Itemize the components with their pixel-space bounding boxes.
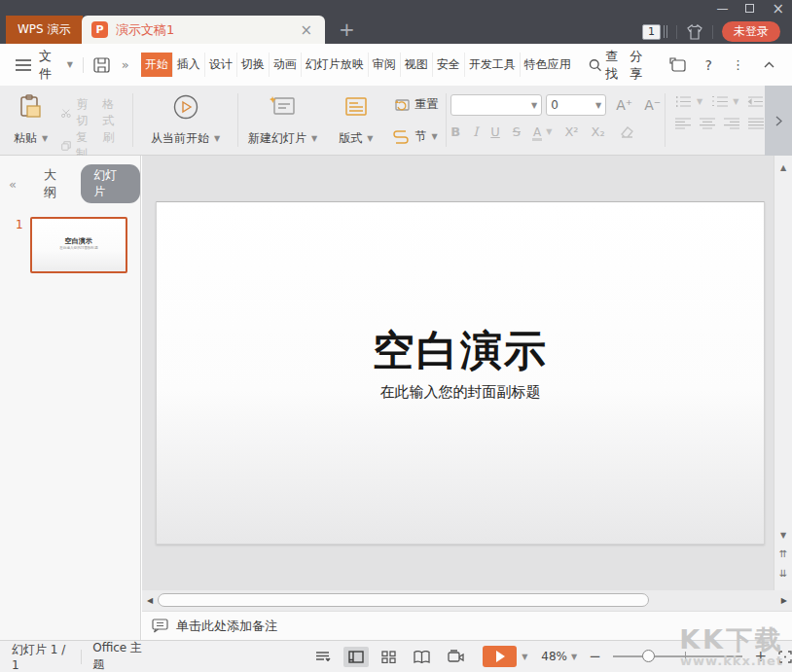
tab-developer[interactable]: 开发工具 bbox=[464, 53, 520, 77]
wps-presentation-window: WPS 演示 P 演示文稿1 × + — × 1 未登录 bbox=[0, 0, 792, 672]
font-color-button[interactable]: A ▼ bbox=[533, 125, 552, 139]
close-window-button[interactable]: × bbox=[772, 3, 784, 15]
previous-slide-icon[interactable]: ⇈ bbox=[774, 548, 792, 559]
notes-toggle-button[interactable] bbox=[311, 648, 336, 665]
login-button[interactable]: 未登录 bbox=[722, 21, 780, 42]
slide-subtitle[interactable]: 在此输入您的封面副标题 bbox=[157, 383, 764, 402]
play-from-current-button[interactable]: 从当前开始▼ bbox=[137, 92, 234, 155]
collapse-ribbon-icon[interactable] bbox=[764, 61, 774, 68]
horizontal-scrollbar[interactable]: ◀ ▶ bbox=[142, 590, 792, 611]
zoom-slider[interactable] bbox=[613, 655, 743, 657]
slide-page[interactable]: 空白演示 在此输入您的封面副标题 bbox=[156, 201, 765, 545]
play-slideshow-button[interactable] bbox=[483, 646, 517, 667]
tab-view[interactable]: 视图 bbox=[400, 53, 432, 77]
align-left-button[interactable] bbox=[675, 118, 691, 129]
save-icon[interactable] bbox=[93, 57, 110, 73]
tab-review[interactable]: 审阅 bbox=[368, 53, 400, 77]
notes-placeholder[interactable]: 单击此处添加备注 bbox=[176, 618, 277, 635]
reset-icon bbox=[392, 97, 410, 112]
tab-special-features[interactable]: 特色应用 bbox=[520, 53, 575, 77]
clear-format-icon[interactable] bbox=[618, 125, 633, 138]
next-slide-icon[interactable]: ⇊ bbox=[774, 568, 792, 579]
skin-theme-icon[interactable] bbox=[686, 24, 703, 40]
slide-sorter-view-button[interactable] bbox=[377, 647, 401, 667]
superscript-button[interactable]: X² bbox=[564, 124, 578, 139]
tab-slides[interactable]: 幻灯片 bbox=[81, 164, 140, 203]
numbering-button[interactable]: ▼ bbox=[711, 95, 738, 108]
outdent-icon bbox=[747, 95, 764, 108]
document-tab[interactable]: P 演示文稿1 × bbox=[82, 16, 325, 44]
chevron-right-icon bbox=[775, 116, 782, 126]
reading-view-button[interactable] bbox=[409, 647, 435, 667]
scroll-up-icon[interactable]: ▲ bbox=[774, 163, 792, 172]
close-tab-icon[interactable]: × bbox=[297, 21, 315, 39]
tab-insert[interactable]: 插入 bbox=[172, 53, 204, 77]
format-painter-label[interactable]: 格式刷 bbox=[102, 96, 125, 146]
shrink-font-button[interactable]: A⁻ bbox=[644, 97, 661, 113]
zoom-in-button[interactable]: + bbox=[754, 648, 767, 665]
cut-button[interactable]: 剪切 bbox=[61, 96, 92, 129]
reset-button[interactable]: 重置 bbox=[392, 96, 438, 113]
bullets-button[interactable]: ▼ bbox=[675, 95, 702, 108]
align-center-button[interactable] bbox=[700, 118, 715, 129]
record-show-button[interactable] bbox=[443, 646, 469, 667]
new-slide-button[interactable]: 新建幻灯片▼ bbox=[242, 92, 323, 155]
tab-outline[interactable]: 大纲 bbox=[44, 166, 68, 201]
panel-header: « 大纲 幻灯片 bbox=[0, 164, 140, 203]
paste-button[interactable]: 粘贴▼ bbox=[8, 92, 54, 155]
horizontal-scroll-thumb[interactable] bbox=[158, 593, 649, 607]
minimize-button[interactable]: — bbox=[716, 3, 728, 15]
ribbon-group-separator bbox=[446, 93, 447, 147]
theme-label[interactable]: Office 主题 bbox=[92, 640, 148, 672]
slide-thumbnail[interactable]: 空白演示 在此输入您的封面副标题 bbox=[30, 217, 127, 273]
wps-app-tab[interactable]: WPS 演示 bbox=[6, 16, 83, 44]
help-button[interactable]: ? bbox=[705, 57, 712, 73]
subscript-button[interactable]: X₂ bbox=[592, 124, 605, 139]
grow-font-button[interactable]: A⁺ bbox=[616, 97, 632, 113]
ribbon-expand-strip[interactable] bbox=[765, 86, 792, 156]
hamburger-menu-icon[interactable] bbox=[16, 59, 31, 71]
normal-view-button[interactable] bbox=[343, 647, 369, 667]
tab-design[interactable]: 设计 bbox=[204, 53, 236, 77]
fit-window-icon bbox=[778, 651, 792, 663]
decrease-indent-button[interactable] bbox=[747, 95, 764, 108]
fit-to-window-button[interactable] bbox=[778, 651, 792, 663]
titlebar-separator bbox=[676, 25, 677, 39]
justify-button[interactable] bbox=[748, 118, 764, 129]
play-options-chevron[interactable]: ▼ bbox=[522, 653, 527, 661]
zoom-slider-knob[interactable] bbox=[642, 650, 655, 662]
open-documents-badge[interactable]: 1 bbox=[642, 24, 661, 40]
tab-security[interactable]: 安全 bbox=[432, 53, 464, 77]
tab-transitions[interactable]: 切换 bbox=[236, 53, 269, 77]
more-options-icon[interactable]: ⋮ bbox=[732, 57, 744, 72]
vertical-scrollbar[interactable]: ▲ ▼ ⇈ ⇊ bbox=[774, 156, 792, 590]
quickbar-more-button[interactable]: » bbox=[122, 57, 129, 72]
tab-home[interactable]: 开始 bbox=[141, 53, 172, 77]
underline-button[interactable]: U bbox=[490, 124, 500, 139]
font-name-select[interactable]: ▼ bbox=[450, 94, 542, 116]
italic-button[interactable]: I bbox=[473, 124, 478, 139]
align-right-button[interactable] bbox=[724, 118, 739, 129]
maximize-button[interactable] bbox=[745, 3, 754, 15]
scroll-down-icon[interactable]: ▼ bbox=[774, 531, 792, 540]
section-button[interactable]: 节 ▼ bbox=[392, 128, 438, 145]
find-button[interactable]: 查找 bbox=[589, 48, 630, 83]
notes-bar[interactable]: 单击此处添加备注 bbox=[142, 611, 792, 640]
new-tab-button[interactable]: + bbox=[339, 19, 355, 39]
layout-button[interactable]: 版式▼ bbox=[333, 92, 378, 155]
tab-slideshow[interactable]: 幻灯片放映 bbox=[301, 53, 368, 77]
zoom-out-button[interactable]: − bbox=[589, 648, 601, 665]
tab-animations[interactable]: 动画 bbox=[269, 53, 301, 77]
slide-title[interactable]: 空白演示 bbox=[157, 323, 764, 379]
strikethrough-button[interactable]: S bbox=[513, 124, 521, 139]
font-size-select[interactable]: 0 ▼ bbox=[546, 94, 606, 116]
zoom-level[interactable]: 48% ▼ bbox=[541, 650, 577, 663]
file-menu[interactable]: 文件 ▼ bbox=[39, 48, 73, 83]
scroll-left-icon[interactable]: ◀ bbox=[147, 596, 153, 605]
bold-button[interactable]: B bbox=[450, 124, 460, 139]
collapse-panel-icon[interactable]: « bbox=[9, 177, 17, 192]
share-button[interactable]: 分享 bbox=[630, 48, 649, 83]
share-document-icon[interactable] bbox=[669, 57, 686, 72]
scroll-right-icon[interactable]: ▶ bbox=[781, 596, 787, 605]
maximize-icon bbox=[745, 4, 754, 13]
